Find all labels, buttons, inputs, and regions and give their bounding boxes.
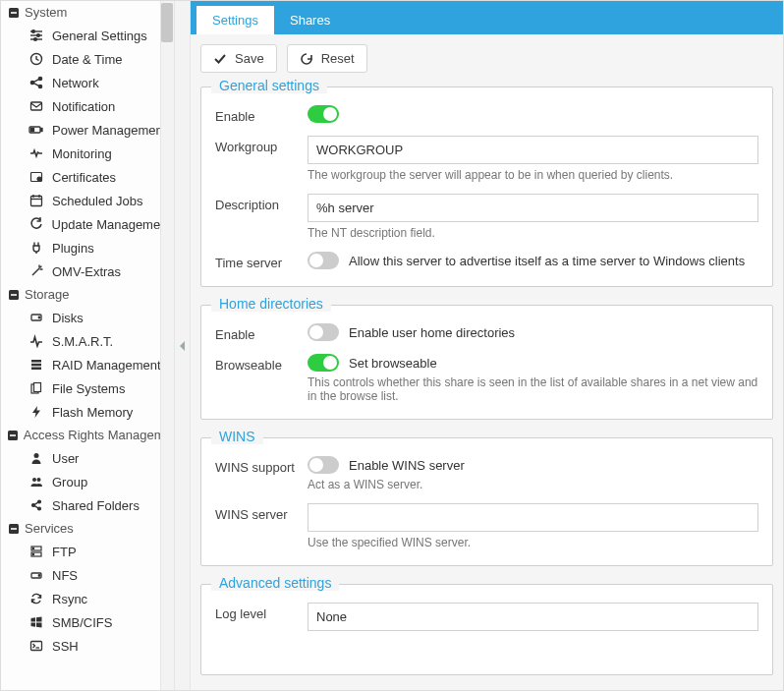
svg-point-39 (37, 478, 41, 482)
svg-rect-1 (11, 12, 17, 14)
svg-point-40 (32, 504, 35, 507)
sidebar-item-label: Date & Time (52, 52, 123, 67)
tab-shares[interactable]: Shares (274, 6, 346, 34)
sidebar-item-plugins[interactable]: Plugins (1, 236, 174, 259)
minus-square-icon (7, 522, 21, 536)
sidebar-item-label: Notification (52, 99, 115, 114)
sidebar-item-label: SMB/CIFS (52, 615, 112, 630)
sidebar-item-user[interactable]: User (1, 446, 174, 470)
svg-rect-32 (31, 368, 41, 371)
sidebar-item-s-m-a-r-t[interactable]: S.M.A.R.T. (1, 329, 174, 353)
advanced-loglevel-select[interactable] (308, 603, 758, 631)
svg-point-29 (38, 317, 40, 318)
svg-rect-14 (31, 102, 42, 110)
save-button[interactable]: Save (200, 44, 277, 73)
svg-point-5 (32, 30, 35, 33)
sidebar-group-label: Storage (25, 287, 70, 302)
svg-point-11 (38, 85, 41, 87)
general-workgroup-help: The workgroup the server will appear to … (308, 168, 758, 182)
sidebar-item-smb-cifs[interactable]: SMB/CIFS (1, 610, 174, 634)
tab-settings[interactable]: Settings (196, 6, 274, 34)
wand-icon (28, 263, 44, 279)
sidebar-item-file-systems[interactable]: File Systems (1, 376, 174, 400)
sidebar-item-label: Certificates (52, 170, 116, 185)
sidebar-item-label: Rsync (52, 592, 87, 606)
sidebar-item-update-management[interactable]: Update Management (1, 212, 174, 236)
sidebar-item-label: S.M.A.R.T. (52, 334, 113, 349)
sidebar-item-ftp[interactable]: FTP (1, 540, 174, 563)
sidebar-item-monitoring[interactable]: Monitoring (1, 142, 174, 165)
sidebar-group-system[interactable]: System (1, 1, 174, 24)
refresh-icon (28, 216, 44, 232)
wins-server-input[interactable] (308, 503, 758, 532)
advanced-loglevel-label: Log level (215, 603, 308, 621)
sidebar-item-label: Disks (52, 311, 84, 325)
sidebar-item-raid-management[interactable]: RAID Management (1, 353, 174, 376)
general-enable-toggle[interactable] (308, 105, 339, 123)
sidebar-item-network[interactable]: Network (1, 71, 174, 94)
svg-rect-46 (11, 528, 17, 530)
svg-point-19 (37, 177, 41, 181)
svg-point-9 (30, 81, 33, 84)
server-icon (28, 544, 44, 559)
sliders-icon (28, 28, 44, 43)
general-description-input[interactable] (308, 194, 758, 222)
svg-line-43 (34, 502, 38, 504)
collapse-sidebar-button[interactable] (179, 333, 187, 359)
svg-rect-36 (10, 434, 16, 436)
panel-general-settings: General settings Enable Workgroup The wo… (200, 86, 773, 287)
raid-icon (28, 357, 44, 373)
home-browseable-text: Set browseable (349, 356, 437, 371)
sidebar-group-access-rights-management[interactable]: Access Rights Management (1, 424, 174, 446)
sidebar-item-notification[interactable]: Notification (1, 94, 174, 118)
general-timeserver-text: Allow this server to advertise itself as… (349, 254, 745, 268)
sidebar-item-flash-memory[interactable]: Flash Memory (1, 400, 174, 424)
sidebar-item-omv-extras[interactable]: OMV-Extras (1, 259, 174, 283)
home-browseable-label: Browseable (215, 354, 308, 373)
home-browseable-toggle[interactable] (308, 354, 339, 372)
sidebar-group-storage[interactable]: Storage (1, 283, 174, 306)
sidebar-item-certificates[interactable]: Certificates (1, 165, 174, 189)
sidebar-item-scheduled-jobs[interactable]: Scheduled Jobs (1, 189, 174, 212)
reset-button[interactable]: Reset (287, 44, 367, 73)
sidebar-item-label: Network (52, 76, 99, 90)
sidebar-item-shared-folders[interactable]: Shared Folders (1, 493, 174, 517)
tab-bar: Settings Shares (191, 1, 783, 34)
general-enable-label: Enable (215, 105, 308, 124)
sidebar-item-label: RAID Management (52, 358, 161, 373)
terminal-icon (28, 638, 44, 654)
sidebar-item-rsync[interactable]: Rsync (1, 587, 174, 610)
svg-point-49 (32, 547, 33, 548)
sidebar-item-label: User (52, 451, 79, 466)
general-workgroup-input[interactable] (308, 136, 758, 164)
sidebar-item-date-time[interactable]: Date & Time (1, 47, 174, 71)
main-area: Settings Shares Save Reset General setti… (191, 1, 783, 690)
group-icon (28, 474, 44, 489)
svg-point-50 (32, 553, 33, 554)
svg-line-44 (34, 506, 38, 508)
windows-icon (28, 614, 44, 630)
mail-icon (28, 98, 44, 114)
sidebar-item-general-settings[interactable]: General Settings (1, 24, 174, 47)
calendar-icon (28, 193, 44, 208)
svg-rect-17 (31, 129, 34, 132)
sidebar-scrollbar-thumb[interactable] (161, 3, 173, 42)
sidebar-group-label: System (25, 5, 67, 20)
sidebar-item-label: NFS (52, 568, 78, 583)
sidebar-item-disks[interactable]: Disks (1, 306, 174, 329)
wins-support-toggle[interactable] (308, 456, 339, 474)
sidebar-item-nfs[interactable]: NFS (1, 563, 174, 587)
splitter[interactable] (175, 1, 191, 690)
general-timeserver-toggle[interactable] (308, 252, 339, 269)
sidebar-group-services[interactable]: Services (1, 517, 174, 540)
sidebar-scrollbar[interactable] (160, 1, 174, 690)
sidebar-item-group[interactable]: Group (1, 470, 174, 493)
rsync-icon (28, 591, 44, 606)
sidebar-item-label: Power Management (52, 123, 166, 138)
home-enable-toggle[interactable] (308, 323, 339, 341)
sidebar-group-label: Access Rights Management (24, 428, 168, 442)
sidebar-item-power-management[interactable]: Power Management (1, 118, 174, 142)
sidebar-item-ssh[interactable]: SSH (1, 634, 174, 658)
svg-line-12 (33, 80, 38, 83)
save-button-label: Save (235, 51, 264, 66)
